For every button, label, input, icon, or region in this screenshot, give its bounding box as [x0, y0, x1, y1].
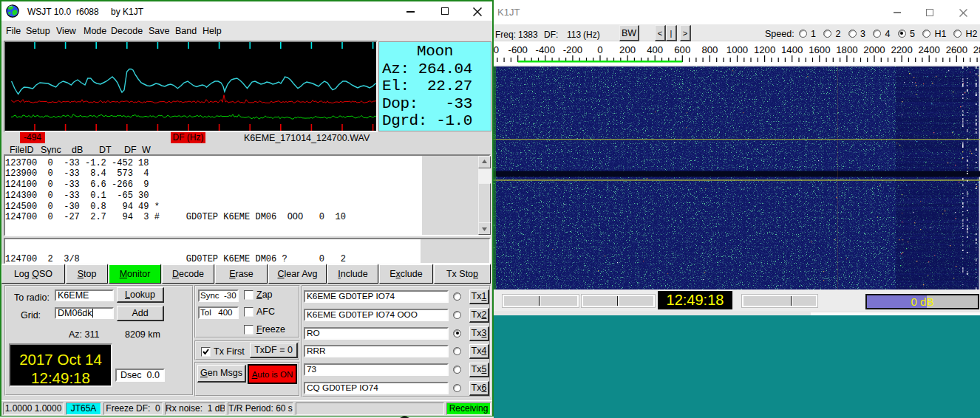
svg-text:-400: -400 — [536, 44, 555, 55]
svg-text:1800: 1800 — [836, 44, 857, 55]
svg-text:600: 600 — [674, 44, 690, 55]
svg-text:2200: 2200 — [891, 44, 912, 55]
svg-text:1400: 1400 — [781, 44, 803, 55]
svg-text:200: 200 — [619, 44, 636, 55]
svg-text:-200: -200 — [563, 44, 582, 55]
svg-text:1000: 1000 — [727, 44, 748, 55]
svg-text:1600: 1600 — [809, 44, 830, 55]
svg-text:2400: 2400 — [919, 44, 940, 55]
svg-text:400: 400 — [647, 44, 663, 55]
svg-text:1200: 1200 — [754, 44, 775, 55]
svg-text:0: 0 — [494, 44, 499, 55]
svg-text:2000: 2000 — [863, 44, 885, 55]
svg-text:2600: 2600 — [946, 44, 967, 55]
svg-text:2800: 2800 — [973, 44, 980, 55]
svg-text:-600: -600 — [508, 44, 527, 55]
svg-text:800: 800 — [701, 44, 718, 55]
svg-text:0: 0 — [597, 44, 602, 55]
